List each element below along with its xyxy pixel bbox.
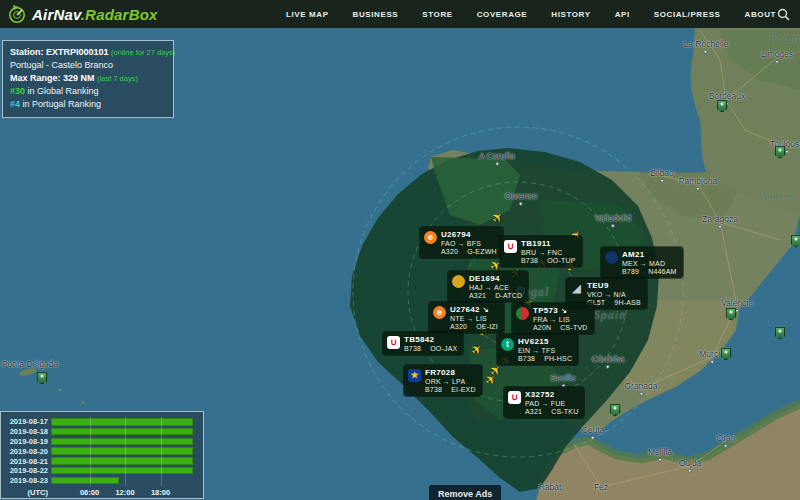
time-tick-label: 06:00 <box>80 488 99 497</box>
flight-label-text: DE1694HAJ→ACEA321D-ATCD <box>469 274 522 299</box>
route-arrival: N/A <box>614 291 626 298</box>
city-label-text: Seville <box>550 373 575 383</box>
aircraft-registration: N446AM <box>648 268 676 275</box>
station-location: Portugal - Castelo Branco <box>10 59 166 72</box>
uptime-bar <box>51 428 193 436</box>
flight-label-tb1911[interactable]: ∪TB1911BRU→FNCB738OO-TUP <box>500 236 582 267</box>
flight-label-text: AM21MEX→MADB789N446AM <box>622 250 677 275</box>
flight-route: PAD→FUE <box>525 400 578 407</box>
brand-logo[interactable]: AirNav.RadarBox <box>7 4 158 24</box>
uptime-bar <box>51 457 193 465</box>
flight-label-fr7028[interactable]: ★FR7028ORK→LPAB738EI-EXD <box>404 365 482 396</box>
shield-dot <box>779 330 782 333</box>
route-arrival: LIS <box>559 316 570 323</box>
uptime-row: 2019-08-20 <box>1 446 193 456</box>
flight-label-text: U26794FAO→BFSA320G-EZWH <box>441 230 497 255</box>
flight-label-am21[interactable]: AM21MEX→MADB789N446AM <box>601 247 683 278</box>
search-icon[interactable] <box>777 7 790 25</box>
city-label: Valladolid <box>595 213 631 228</box>
flight-label-tb5842[interactable]: ∪TB5842B738OO-JAX <box>383 332 463 355</box>
nav-menu: LIVE MAPBUSINESSSTORECOVERAGEHISTORYAPIS… <box>286 0 776 28</box>
uptime-bar-track <box>51 456 193 466</box>
country-label: Andorra <box>761 191 799 201</box>
flight-label-text: TEU9VKO→N/AGL5T9H-ASB <box>587 281 641 306</box>
nav-item-api[interactable]: API <box>615 10 630 19</box>
aircraft-registration: G-EZWH <box>467 248 497 255</box>
flight-label-hv6215[interactable]: tHV6215EIN→TFSB738PH-HSC <box>497 334 578 365</box>
city-label-text: Granada <box>624 381 657 391</box>
city-label-text: Limoges <box>761 49 793 59</box>
aircraft-type-reg: A320G-EZWH <box>441 248 497 255</box>
flight-route: HAJ→ACE <box>469 284 522 291</box>
nav-item-business[interactable]: BUSINESS <box>353 10 399 19</box>
flight-label-u26794[interactable]: eU26794FAO→BFSA320G-EZWH <box>420 227 503 258</box>
route-departure: EIN <box>518 347 530 354</box>
range-period: (last 7 days) <box>97 74 138 83</box>
nav-item-live-map[interactable]: LIVE MAP <box>286 10 329 19</box>
flight-route: ORK→LPA <box>425 378 476 385</box>
station-id: EXTRPI000101 <box>46 47 109 57</box>
city-marker-dot <box>658 458 662 462</box>
flight-label-tp573[interactable]: TP573↘FRA→LISA20NCS-TVD <box>512 303 594 334</box>
radar-logo-icon <box>7 4 27 24</box>
aircraft-registration: OE-IZI <box>476 323 498 330</box>
aircraft-type-reg: GL5T9H-ASB <box>587 299 641 306</box>
city-marker-dot <box>495 162 499 166</box>
route-arrow-icon: → <box>541 400 548 407</box>
aircraft-type: B738 <box>518 355 535 362</box>
flight-number: HV6215 <box>518 337 572 346</box>
max-range-value: 329 NM <box>63 73 95 83</box>
nav-item-about[interactable]: ABOUT <box>745 10 776 19</box>
city-label-text: Oujda <box>679 458 702 468</box>
city-label-text: La Rochelle <box>684 39 729 49</box>
shield-dot <box>725 351 728 354</box>
nav-item-history[interactable]: HISTORY <box>551 10 590 19</box>
flight-route: EIN→TFS <box>518 347 572 354</box>
route-departure: FAO <box>441 240 456 247</box>
uptime-date-label: 2019-08-17 <box>1 417 51 426</box>
route-departure: HAJ <box>469 284 483 291</box>
uptime-rows: 2019-08-172019-08-182019-08-192019-08-20… <box>1 417 193 486</box>
aircraft-type: B738 <box>425 386 442 393</box>
remove-ads-button[interactable]: Remove Ads <box>429 485 501 500</box>
route-arrow-icon: → <box>443 378 450 385</box>
nav-item-coverage[interactable]: COVERAGE <box>477 10 528 19</box>
flight-label-u27642[interactable]: eU27642↘NTE→LISA320OE-IZI <box>429 302 504 333</box>
flight-label-text: X32752PAD→FUEA321CS-TKU <box>525 390 578 415</box>
aircraft-type-reg: B789N446AM <box>622 268 677 275</box>
aircraft-type: B738 <box>521 257 538 264</box>
route-arrow-icon: → <box>532 347 539 354</box>
nav-item-social-press[interactable]: SOCIAL/PRESS <box>654 10 721 19</box>
aircraft-type: A320 <box>441 248 458 255</box>
city-marker-dot <box>611 224 615 228</box>
flight-label-x32752[interactable]: ∪X32752PAD→FUEA321CS-TKU <box>504 387 584 418</box>
airline-logo-ryanair-icon: ★ <box>408 369 421 382</box>
uptime-row: 2019-08-19 <box>1 437 193 447</box>
uptime-bar <box>51 438 193 446</box>
flight-label-de1694[interactable]: DE1694HAJ→ACEA321D-ATCD <box>448 271 528 302</box>
city-label: Zaragoza <box>702 214 738 229</box>
city-marker-dot <box>606 365 610 369</box>
city-label-text: Melilla <box>648 447 672 457</box>
city-label: A Coruña <box>479 151 514 166</box>
city-label: Ponta Delgada <box>2 359 58 369</box>
shield-dot <box>41 375 44 378</box>
flight-label-text: TB1911BRU→FNCB738OO-TUP <box>521 239 576 264</box>
flight-number: TP573↘ <box>533 306 588 315</box>
airline-logo-tui-fly-belgium-icon: ∪ <box>504 240 517 253</box>
route-arrow-icon: → <box>550 316 557 323</box>
uptime-row: 2019-08-22 <box>1 466 193 476</box>
uptime-row: 2019-08-17 <box>1 417 193 427</box>
airline-logo-condor-icon <box>452 275 465 288</box>
nav-item-store[interactable]: STORE <box>422 10 452 19</box>
brand-wordmark: AirNav.RadarBox <box>32 6 158 23</box>
city-label: Córdoba <box>592 354 625 369</box>
route-arrival: MAD <box>649 260 665 267</box>
route-arrival: LPA <box>452 378 465 385</box>
uptime-date-label: 2019-08-21 <box>1 457 51 466</box>
aircraft-type-reg: A321D-ATCD <box>469 292 522 299</box>
uptime-date-label: 2019-08-18 <box>1 427 51 436</box>
top-navbar: AirNav.RadarBox LIVE MAPBUSINESSSTORECOV… <box>0 0 800 28</box>
city-label: Ceuta <box>582 425 605 440</box>
global-ranking: #30 in Global Ranking <box>10 85 166 98</box>
